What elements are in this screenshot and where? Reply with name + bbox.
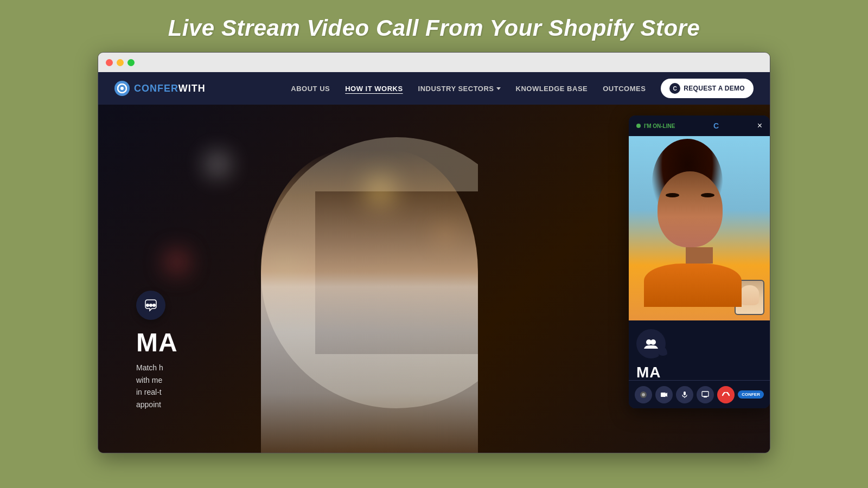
thumb-face: [740, 285, 760, 305]
svg-rect-14: [704, 396, 707, 397]
online-indicator: I'M ON-LINE: [636, 123, 675, 129]
person-body: [261, 150, 478, 453]
page-title: Live Stream Video Call From Your Shopify…: [168, 0, 700, 52]
browser-content: CONFERWITH ABOUT US HOW IT WORKS INDUSTR…: [98, 72, 770, 453]
nav-link-outcomes[interactable]: OUTCOMES: [603, 85, 646, 93]
control-video-button[interactable]: [655, 386, 673, 403]
nav-link-how-it-works[interactable]: HOW IT WORKS: [345, 85, 403, 93]
browser-window: CONFERWITH ABOUT US HOW IT WORKS INDUSTR…: [98, 52, 770, 453]
svg-point-4: [152, 304, 156, 307]
control-mic-button[interactable]: [676, 386, 693, 403]
call-controls: CONFER: [629, 380, 770, 408]
control-hangup-button[interactable]: [717, 386, 735, 403]
control-share-button[interactable]: [697, 386, 714, 403]
nav-link-industry-sectors[interactable]: INDUSTRY SECTORS: [418, 85, 501, 93]
bokeh-light-3: [161, 246, 193, 278]
chat-bubble-icon: [136, 291, 165, 320]
chevron-down-icon: [496, 87, 501, 90]
svg-rect-13: [702, 391, 709, 396]
svg-rect-11: [684, 391, 686, 395]
navbar: CONFERWITH ABOUT US HOW IT WORKS INDUSTR…: [98, 72, 770, 105]
close-button[interactable]: ×: [757, 121, 762, 131]
match-title-partial: MA: [136, 328, 178, 357]
main-text-block: MA Match h with me in real-t appoint: [136, 291, 178, 410]
card-header: I'M ON-LINE C ×: [629, 115, 770, 136]
svg-point-1: [120, 87, 124, 90]
nav-link-knowledge-base[interactable]: KNOWLEDGE BASE: [516, 85, 588, 93]
svg-marker-10: [666, 393, 667, 397]
svg-rect-9: [661, 393, 666, 397]
match-icon-circle: [636, 329, 666, 358]
browser-dot-red[interactable]: [106, 59, 113, 66]
logo-icon: [114, 81, 130, 96]
demo-btn-icon: C: [669, 83, 680, 94]
match-description: Match h with me in real-t appoint: [136, 362, 178, 410]
svg-point-2: [146, 304, 149, 307]
logo-text: CONFERWITH: [134, 83, 206, 94]
online-status-text: I'M ON-LINE: [644, 123, 675, 129]
nav-link-about[interactable]: ABOUT US: [291, 85, 330, 93]
browser-chrome: [98, 53, 770, 72]
person-area: [207, 118, 532, 453]
svg-point-8: [642, 393, 645, 396]
card-logo: C: [713, 121, 719, 130]
svg-point-3: [149, 304, 152, 307]
browser-dot-green[interactable]: [127, 59, 135, 66]
request-demo-button[interactable]: C REQUEST A DEMO: [661, 79, 754, 98]
nav-links: ABOUT US HOW IT WORKS INDUSTRY SECTORS K…: [291, 79, 754, 98]
online-status-dot: [636, 124, 641, 128]
card-match-title: MA: [636, 364, 762, 381]
logo-area: CONFERWITH: [114, 81, 206, 96]
svg-point-6: [650, 339, 656, 345]
conferwith-badge: CONFER: [738, 390, 764, 399]
control-camera-button[interactable]: [635, 386, 652, 403]
browser-dot-yellow[interactable]: [117, 59, 124, 66]
video-overlay-card: I'M ON-LINE C ×: [629, 115, 770, 408]
hero-section: MA Match h with me in real-t appoint I'M…: [98, 105, 770, 453]
video-feed: [629, 136, 770, 320]
